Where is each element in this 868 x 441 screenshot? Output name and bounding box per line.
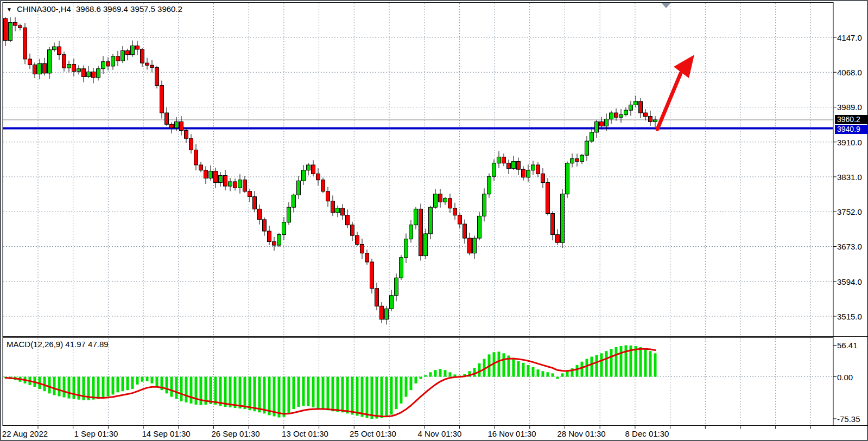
candle: [243, 180, 247, 191]
candle: [487, 176, 491, 194]
macd-bar: [586, 359, 588, 377]
candle: [180, 122, 183, 130]
macd-bar: [68, 377, 71, 399]
macd-bar: [327, 377, 330, 411]
candle: [229, 182, 232, 186]
time-tick-label: 22 Aug 2022: [2, 429, 48, 438]
candle: [258, 209, 262, 220]
candle: [517, 162, 521, 170]
macd-bar: [439, 369, 442, 376]
candle: [316, 174, 320, 180]
trend-arrow[interactable]: [657, 55, 694, 129]
candle: [175, 122, 179, 127]
time-tick-label: 1 Sep 01:30: [74, 429, 118, 438]
macd-bar: [151, 377, 154, 384]
macd-bar: [337, 377, 339, 412]
candle: [326, 191, 330, 201]
candle: [18, 25, 22, 28]
macd-bar: [449, 372, 452, 376]
macd-bar: [190, 377, 193, 404]
macd-bar: [498, 351, 500, 376]
candle: [87, 72, 91, 76]
macd-bar: [371, 377, 373, 419]
symbol-dropdown-icon[interactable]: ▼: [7, 5, 12, 14]
macd-bar: [126, 377, 129, 391]
macd-bar: [400, 377, 403, 404]
macd-bar: [239, 377, 242, 409]
macd-bar: [166, 377, 168, 394]
macd-bar: [561, 373, 564, 376]
candle: [439, 194, 442, 202]
candle: [336, 208, 340, 213]
candle: [277, 235, 281, 246]
macd-bar: [361, 377, 364, 417]
candle: [136, 46, 140, 49]
macd-bar: [600, 353, 603, 376]
candle: [121, 50, 125, 61]
macd-bar: [376, 377, 378, 419]
chart-canvas[interactable]: [1, 1, 868, 441]
macd-histogram: [4, 345, 657, 418]
candle: [28, 59, 32, 65]
macd-bar: [112, 377, 115, 395]
macd-bar: [141, 377, 144, 382]
candle: [595, 122, 599, 132]
macd-bar: [356, 377, 359, 416]
macd-bar: [73, 377, 75, 399]
macd-bar: [322, 377, 325, 410]
candle: [219, 176, 223, 183]
macd-bar: [556, 377, 559, 379]
macd-bar: [405, 377, 408, 397]
candle: [619, 114, 623, 117]
candle: [116, 56, 120, 61]
macd-bar: [307, 377, 310, 406]
mt4-chart-window: ▼ CHINA300-,H4 3968.6 3969.4 3957.5 3960…: [0, 0, 868, 441]
candle: [629, 105, 633, 110]
candle: [512, 162, 516, 169]
macd-bar: [444, 370, 447, 376]
candle: [546, 183, 550, 214]
macd-bar: [649, 351, 652, 376]
price-badge-support-line[interactable]: 3940.9: [835, 125, 868, 134]
candle: [385, 309, 389, 319]
macd-bar: [547, 372, 549, 376]
macd-bar: [415, 377, 417, 384]
macd-tick-label: -75.35: [837, 414, 860, 424]
candle: [522, 169, 525, 177]
macd-bar: [625, 345, 628, 376]
candle: [141, 49, 144, 63]
candle: [463, 224, 467, 238]
candle: [165, 113, 169, 124]
candle: [624, 110, 628, 114]
price-tick-label: 4068.0: [837, 68, 862, 77]
macd-bar: [210, 377, 212, 404]
candle: [302, 170, 306, 181]
price-tick-label: 3752.0: [837, 207, 862, 216]
candle: [253, 197, 257, 209]
symbol-title: CHINA300-,H4: [17, 4, 71, 14]
time-tick-label: 16 Nov 01:30: [487, 429, 536, 438]
macd-bar: [102, 377, 105, 398]
candle: [497, 157, 501, 163]
macd-bar: [92, 377, 95, 400]
candle: [380, 306, 384, 319]
object-anchor-triangle-icon[interactable]: [662, 3, 670, 8]
candle: [556, 235, 560, 243]
title-bar: ▼ CHINA300-,H4 3968.6 3969.4 3957.5 3960…: [7, 4, 182, 14]
candle: [502, 157, 506, 163]
macd-bar: [537, 369, 540, 376]
candle: [409, 225, 413, 239]
candle: [634, 101, 638, 105]
macd-bar: [224, 377, 227, 407]
candle: [404, 239, 408, 258]
macd-bar: [214, 377, 217, 405]
candle: [414, 209, 418, 225]
macd-bar: [478, 363, 481, 377]
macd-bar: [542, 371, 544, 376]
macd-bar: [644, 349, 647, 376]
candle: [38, 63, 42, 74]
candle: [356, 235, 359, 244]
macd-bar: [434, 370, 437, 376]
time-tick-label: 28 Nov 01:30: [557, 429, 605, 438]
candle: [92, 72, 96, 78]
